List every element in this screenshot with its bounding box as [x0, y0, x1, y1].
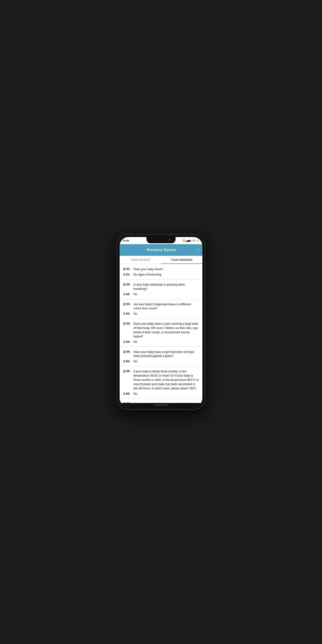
a-text-03: No [134, 312, 137, 315]
q-label-01: Q 01: [123, 267, 134, 272]
tab-your-scores[interactable]: YOUR SCORES [120, 256, 161, 264]
answers-content[interactable]: Q 01: Does your baby show? A 01: No sign… [120, 264, 202, 403]
question-05: Q 05: Does your baby have a rash that do… [123, 350, 199, 358]
phone-screen: 10:06 📶 ▄▅▆ 27% 🔋 ← Previous Scores YOUR… [120, 237, 202, 407]
question-03: Q 03: Are your baby's fingernails blue o… [123, 302, 199, 311]
qa-item-03: Q 03: Are your baby's fingernails blue o… [120, 299, 202, 319]
a-label-04: A 04: [123, 340, 134, 344]
qa-item-01: Q 01: Does your baby show? A 01: No sign… [120, 264, 202, 280]
a-label-05: A 05: [123, 360, 134, 363]
a-label-01: A 01: [123, 273, 134, 276]
answer-05: A 05: No [123, 360, 199, 363]
question-02: Q 02: Is your baby wheezing or grunting … [123, 283, 199, 291]
q-text-01: Does your baby show? [134, 267, 163, 272]
answer-04: A 04: No [123, 340, 199, 344]
q-label-03: Q 03: [123, 302, 134, 311]
q-label-02: Q 02: [123, 283, 134, 291]
q-label-04: Q 04: [123, 322, 134, 338]
q-label-05: Q 05: [123, 350, 134, 358]
answer-03: A 03: No [123, 312, 199, 315]
bottom-nav-bar [120, 403, 202, 407]
front-camera [168, 239, 170, 241]
home-indicator [154, 405, 168, 406]
wifi-icon: 📶 [183, 240, 185, 242]
status-icons: 📶 ▄▅▆ 27% 🔋 [183, 240, 199, 242]
phone-notch [146, 237, 176, 243]
question-06: Q 06: If your baby is below three months… [123, 370, 199, 390]
dot-1 [198, 248, 199, 249]
answer-06: A 06: No [123, 392, 199, 395]
q-text-06: If your baby is below three months, is t… [134, 370, 199, 390]
a-label-06: A 06: [123, 392, 134, 395]
signal-icon: ▄▅▆ [186, 240, 190, 242]
app-header: ← Previous Scores [120, 244, 202, 256]
a-text-02: No [134, 292, 137, 296]
qa-item-05: Q 05: Does your baby have a rash that do… [120, 347, 202, 366]
phone-frame: 10:06 📶 ▄▅▆ 27% 🔋 ← Previous Scores YOUR… [118, 235, 204, 409]
q-text-03: Are your baby's fingernails blue or a di… [134, 302, 199, 311]
qa-item-06: Q 06: If your baby is below three months… [120, 366, 202, 398]
page-title: Previous Scores [125, 248, 198, 252]
a-text-01: No signs of indrawing [134, 273, 161, 276]
a-label-02: A 02: [123, 292, 134, 296]
question-01: Q 01: Does your baby show? [123, 267, 199, 272]
qa-item-04: Q 04: Does your baby have a rash coverin… [120, 319, 202, 346]
status-time: 10:06 [123, 239, 129, 242]
a-text-05: No [134, 360, 137, 363]
tab-your-answers[interactable]: YOUR ANSWERS [161, 256, 202, 264]
dot-2 [198, 250, 199, 250]
answer-02: A 02: No [123, 292, 199, 296]
a-text-06: No [134, 392, 137, 395]
tabs-container: YOUR SCORES YOUR ANSWERS [120, 256, 202, 264]
a-label-03: A 03: [123, 312, 134, 315]
battery-icon: 🔋 [196, 240, 199, 242]
question-04: Q 04: Does your baby have a rash coverin… [123, 322, 199, 338]
dot-3 [198, 251, 199, 252]
q-text-02: Is your baby wheezing or grunting when b… [134, 283, 199, 291]
more-options-button[interactable] [198, 248, 199, 252]
q-text-04: Does your baby have a rash covering a la… [134, 322, 199, 338]
q-label-06: Q 06: [123, 370, 134, 390]
a-text-04: No [134, 340, 137, 344]
qa-item-02: Q 02: Is your baby wheezing or grunting … [120, 280, 202, 299]
answer-01: A 01: No signs of indrawing [123, 273, 199, 276]
qa-item-07: Q 07: Has your baby had a temperature of… [120, 399, 202, 403]
q-text-05: Does your baby have a rash that does not… [134, 350, 199, 358]
battery-text: 27% [192, 240, 196, 242]
